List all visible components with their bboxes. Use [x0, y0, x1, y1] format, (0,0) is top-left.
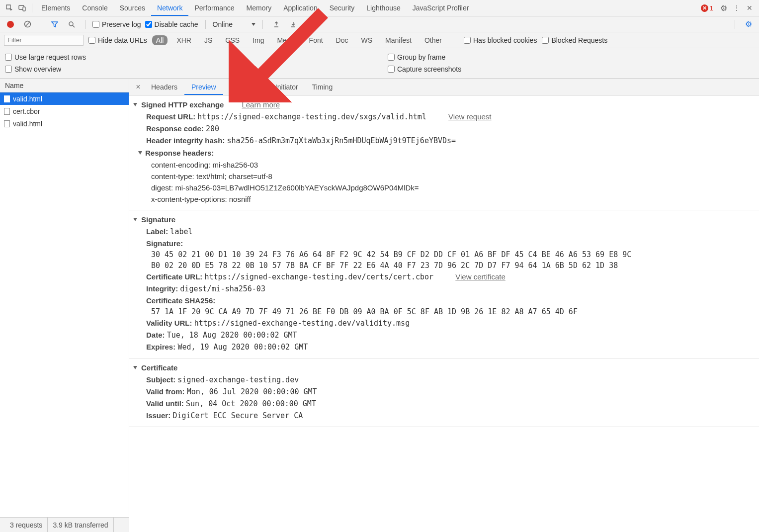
filter-icon[interactable] [48, 21, 61, 28]
separator [41, 20, 41, 29]
tab-network[interactable]: Network [151, 0, 188, 16]
show-overview-checkbox[interactable]: Show overview [5, 65, 388, 73]
detail-tab-timing[interactable]: Timing [305, 79, 340, 95]
header-integrity-key: Header integrity hash: [146, 136, 225, 145]
expires-key: Expires: [146, 343, 175, 351]
disable-cache-label: Disable cache [155, 20, 198, 28]
filter-other[interactable]: Other [421, 35, 446, 45]
group-by-frame-label: Group by frame [397, 53, 445, 61]
filter-img[interactable]: Img [249, 35, 268, 45]
caret-icon[interactable] [133, 103, 137, 106]
filter-js[interactable]: JS [200, 35, 216, 45]
large-request-rows-checkbox[interactable]: Use large request rows [5, 53, 388, 61]
upload-icon[interactable] [270, 21, 283, 28]
request-name: valid.html [13, 95, 42, 103]
view-request-link[interactable]: View request [448, 112, 491, 121]
rh-key: digest: [151, 183, 173, 192]
filter-font[interactable]: Font [305, 35, 327, 45]
rh-key: content-type: [151, 172, 194, 180]
detail-tabs: × Headers Preview Response Initiator Tim… [129, 79, 759, 95]
label-key: Label: [146, 227, 168, 236]
request-row[interactable]: valid.html [0, 92, 129, 105]
name-column-header[interactable]: Name [0, 79, 129, 92]
filter-doc[interactable]: Doc [332, 35, 352, 45]
close-detail-icon[interactable]: × [132, 83, 144, 91]
preserve-log-checkbox[interactable]: Preserve log [92, 20, 141, 28]
chevron-down-icon [252, 23, 255, 26]
tab-application[interactable]: Application [277, 0, 324, 16]
has-blocked-cookies-checkbox[interactable]: Has blocked cookies [464, 36, 537, 44]
capture-screenshots-checkbox[interactable]: Capture screenshots [388, 65, 461, 73]
search-icon[interactable] [65, 21, 78, 28]
detail-tab-initiator[interactable]: Initiator [268, 79, 305, 95]
response-code-value: 200 [206, 124, 219, 133]
cert-url-value: https://signed-exchange-testing.dev/cert… [205, 272, 434, 281]
clear-icon[interactable] [21, 20, 34, 28]
device-toggle-icon[interactable] [16, 4, 29, 12]
view-certificate-link[interactable]: View certificate [455, 272, 506, 281]
tab-console[interactable]: Console [76, 0, 113, 16]
network-settings-icon[interactable]: ⚙ [742, 19, 755, 29]
rh-value: mi-sha256-03 [212, 161, 258, 169]
detail-tab-response[interactable]: Response [223, 79, 268, 95]
settings-icon[interactable]: ⚙ [717, 3, 730, 13]
subject-key: Subject: [146, 375, 175, 384]
filter-manifest[interactable]: Manifest [381, 35, 416, 45]
tab-jsprofiler[interactable]: JavaScript Profiler [407, 0, 475, 16]
request-row[interactable]: cert.cbor [0, 105, 129, 117]
tab-memory[interactable]: Memory [241, 0, 278, 16]
error-icon: ✕ [701, 4, 708, 12]
document-icon [4, 95, 10, 102]
status-bar: 3 requests 3.9 kB transferred [0, 517, 129, 532]
tab-elements[interactable]: Elements [35, 0, 76, 16]
valid-until-key: Valid until: [146, 399, 184, 408]
filter-xhr[interactable]: XHR [172, 35, 195, 45]
caret-icon[interactable] [138, 151, 142, 155]
inspect-icon[interactable] [3, 4, 16, 12]
filter-input[interactable] [4, 35, 84, 46]
close-devtools-icon[interactable]: ✕ [743, 4, 756, 12]
devtools-top-toolbar: Elements Console Sources Network Perform… [0, 0, 759, 16]
download-icon[interactable] [287, 21, 300, 28]
detail-tab-headers[interactable]: Headers [144, 79, 184, 95]
capture-screenshots-label: Capture screenshots [397, 65, 461, 73]
filter-css[interactable]: CSS [221, 35, 244, 45]
hide-data-urls-checkbox[interactable]: Hide data URLs [88, 36, 147, 44]
has-blocked-cookies-label: Has blocked cookies [473, 36, 537, 44]
rh-value: mi-sha256-03=LB7wdlHO51Z1Ze600lbYAEYsckW… [175, 183, 419, 192]
filter-all[interactable]: All [152, 35, 168, 45]
date-value: Tue, 18 Aug 2020 00:00:02 GMT [167, 331, 297, 340]
filter-toolbar: Hide data URLs All XHR JS CSS Img Media … [0, 32, 759, 48]
filter-media[interactable]: Media [273, 35, 300, 45]
cert-sha-key: Certificate SHA256: [146, 296, 215, 305]
caret-icon[interactable] [133, 218, 137, 221]
request-list: valid.html cert.cbor valid.html [0, 92, 129, 516]
more-icon[interactable]: ⋮ [730, 4, 743, 12]
rh-value: text/html; charset=utf-8 [196, 172, 272, 180]
tab-performance[interactable]: Performance [188, 0, 240, 16]
caret-icon[interactable] [133, 366, 137, 369]
rh-key: x-content-type-options: [151, 195, 227, 203]
blocked-requests-checkbox[interactable]: Blocked Requests [542, 36, 607, 44]
learn-more-link[interactable]: Learn more [242, 100, 280, 109]
request-row[interactable]: valid.html [0, 117, 129, 130]
group-by-frame-checkbox[interactable]: Group by frame [388, 53, 461, 61]
disable-cache-checkbox[interactable]: Disable cache [145, 20, 198, 28]
throttling-select[interactable]: Online [213, 20, 255, 28]
tab-lighthouse[interactable]: Lighthouse [360, 0, 407, 16]
integrity-key: Integrity: [146, 284, 178, 293]
request-url-key: Request URL: [146, 112, 195, 121]
hide-data-urls-label: Hide data URLs [98, 36, 147, 44]
error-badge[interactable]: ✕ 1 [701, 4, 713, 12]
section-sxg: Signed HTTP exchange Learn more Request … [129, 95, 759, 210]
section-title: Certificate [141, 363, 177, 372]
detail-tab-preview[interactable]: Preview [184, 79, 223, 95]
tab-security[interactable]: Security [324, 0, 361, 16]
integrity-value: digest/mi-sha256-03 [180, 284, 265, 293]
tab-sources[interactable]: Sources [114, 0, 151, 16]
request-list-panel: Name valid.html cert.cbor valid.html [0, 79, 129, 516]
filter-ws[interactable]: WS [357, 35, 377, 45]
record-icon[interactable] [4, 21, 17, 28]
cert-url-key: Certificate URL: [146, 272, 202, 281]
large-request-rows-label: Use large request rows [14, 53, 86, 61]
